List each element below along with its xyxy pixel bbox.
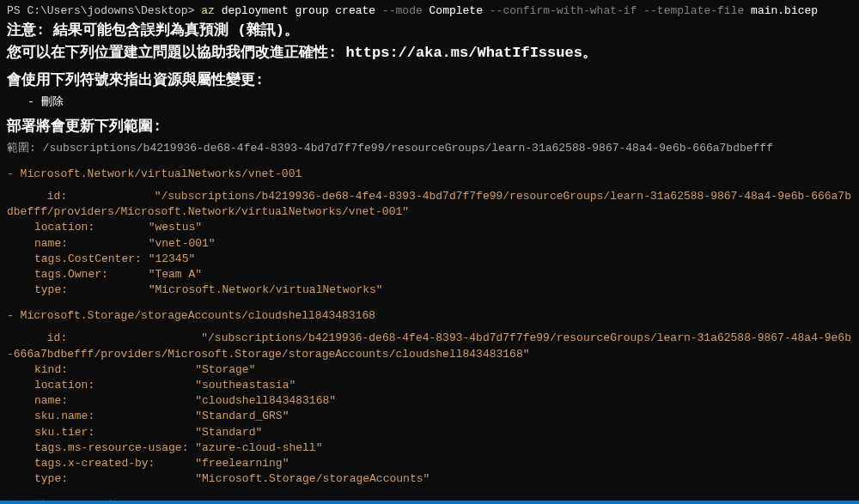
param-confirm: --confirm-with-what-if — [490, 4, 637, 17]
template-file: main.bicep — [751, 4, 818, 17]
cmd-deployment: deployment group create — [222, 4, 375, 17]
property-line: sku.name: "Standard_GRS" — [34, 409, 852, 424]
scope-line: 範圍: /subscriptions/b4219936-de68-4fe4-83… — [7, 141, 852, 156]
property-line: sku.tier: "Standard" — [34, 425, 852, 440]
property-line: name: "vnet-001" — [34, 236, 852, 252]
resource-1-header: - Microsoft.Network/virtualNetworks/vnet… — [7, 167, 852, 182]
property-line: tags.ms-resource-usage: "azure-cloud-she… — [34, 440, 852, 456]
param-template: --template-file — [643, 4, 744, 17]
param-mode: --mode — [382, 4, 423, 17]
symbols-heading: 會使用下列符號來指出資源與屬性變更: — [7, 70, 852, 91]
resource-2-header: - Microsoft.Storage/storageAccounts/clou… — [7, 308, 852, 324]
property-line: type: "Microsoft.Storage/storageAccounts… — [34, 471, 852, 487]
taskbar — [0, 501, 859, 504]
property-line: location: "southeastasia" — [34, 378, 852, 393]
property-line: tags.Owner: "Team A" — [34, 267, 852, 282]
resource-2-id: id: "/subscriptions/b4219936-de68-4fe4-8… — [7, 331, 852, 361]
property-line: location: "westus" — [34, 220, 852, 235]
resource-1-id: id: "/subscriptions/b4219936-de68-4fe4-8… — [7, 189, 852, 220]
cmd-az: az — [201, 4, 215, 17]
note-heading: 注意: 結果可能包含誤判為真預測 (雜訊)。 — [7, 21, 852, 41]
property-line: name: "cloudshell843483168" — [34, 393, 852, 409]
delete-symbol: - 刪除 — [27, 94, 852, 110]
mode-value: Complete — [430, 4, 483, 17]
command-line: PS C:\Users\jodowns\Desktop> az deployme… — [7, 3, 852, 19]
property-line: type: "Microsoft.Network/virtualNetworks… — [34, 282, 852, 298]
property-line: tags.CostCenter: "12345" — [34, 252, 852, 267]
property-line: tags.x-created-by: "freelearning" — [34, 456, 852, 471]
help-line: 您可以在下列位置建立問題以協助我們改進正確性: https://aka.ms/W… — [7, 43, 852, 64]
update-heading: 部署將會更新下列範圍: — [7, 117, 852, 137]
property-line: kind: "Storage" — [34, 362, 852, 378]
terminal-output: PS C:\Users\jodowns\Desktop> az deployme… — [7, 3, 852, 504]
ps-prompt: PS C:\Users\jodowns\Desktop> — [7, 4, 194, 17]
